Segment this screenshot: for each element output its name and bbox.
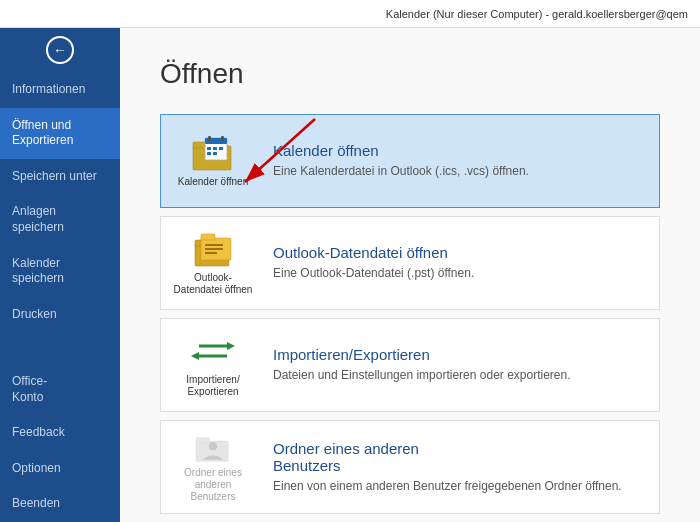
ordner-anderer-benutzer-icon-box: Ordner einesanderen Benutzers	[173, 431, 253, 503]
outlook-datendatei-desc: Eine Outlook-Datendatei (.pst) öffnen.	[273, 265, 647, 282]
svg-rect-16	[201, 234, 215, 240]
sidebar-item-office-konto[interactable]: Office-Konto	[0, 364, 120, 415]
importieren-exportieren-icon-box: Importieren/Exportieren	[173, 329, 253, 401]
svg-rect-11	[207, 152, 211, 155]
svg-marker-21	[191, 352, 199, 360]
outlook-datendatei-text: Outlook-Datendatei öffnen Eine Outlook-D…	[273, 244, 647, 282]
sidebar: ← Informationen Öffnen undExportieren Sp…	[0, 28, 120, 522]
title-text: Kalender (Nur dieser Computer) - gerald.…	[386, 8, 688, 20]
title-bar: Kalender (Nur dieser Computer) - gerald.…	[0, 0, 700, 28]
sidebar-item-beenden[interactable]: Beenden	[0, 486, 120, 522]
kalender-oeffnen-desc: Eine Kalenderdatei in Outlook (.ics, .vc…	[273, 163, 647, 180]
sidebar-nav: Informationen Öffnen undExportieren Spei…	[0, 72, 120, 522]
kalender-oeffnen-icon	[191, 134, 235, 172]
svg-rect-23	[196, 438, 209, 443]
sidebar-item-kalender-speichern[interactable]: Kalenderspeichern	[0, 246, 120, 297]
option-list: Kalender öffnen Kalender öffnen Eine Kal…	[160, 114, 660, 514]
options-wrapper: Kalender öffnen Kalender öffnen Eine Kal…	[160, 114, 660, 514]
ordner-anderer-benutzer-icon	[191, 431, 235, 463]
outlook-datendatei-icon	[191, 230, 235, 268]
svg-rect-17	[205, 244, 223, 246]
outlook-datendatei-icon-label: Outlook-Datendatei öffnen	[174, 272, 253, 296]
sidebar-item-speichern-unter[interactable]: Speichern unter	[0, 159, 120, 195]
outlook-datendatei-icon-box: Outlook-Datendatei öffnen	[173, 227, 253, 299]
ordner-anderer-benutzer-desc: Einen von einem anderen Benutzer freigeg…	[273, 478, 647, 495]
kalender-oeffnen-icon-label: Kalender öffnen	[178, 176, 248, 188]
importieren-exportieren-icon-label: Importieren/Exportieren	[186, 374, 239, 398]
importieren-exportieren-desc: Dateien und Einstellungen importieren od…	[273, 367, 647, 384]
svg-rect-10	[219, 147, 223, 150]
sidebar-item-informationen[interactable]: Informationen	[0, 72, 120, 108]
svg-rect-6	[208, 136, 211, 141]
sidebar-item-optionen[interactable]: Optionen	[0, 451, 120, 487]
sidebar-item-feedback[interactable]: Feedback	[0, 415, 120, 451]
back-button[interactable]: ←	[0, 28, 120, 72]
svg-marker-20	[227, 342, 235, 350]
back-icon: ←	[46, 36, 74, 64]
page-title: Öffnen	[160, 58, 660, 90]
kalender-oeffnen-icon-box: Kalender öffnen	[173, 125, 253, 197]
svg-rect-12	[213, 152, 217, 155]
outlook-datendatei-title: Outlook-Datendatei öffnen	[273, 244, 647, 261]
option-kalender-oeffnen[interactable]: Kalender öffnen Kalender öffnen Eine Kal…	[160, 114, 660, 208]
svg-point-24	[209, 442, 217, 450]
sidebar-item-oeffnen-exportieren[interactable]: Öffnen undExportieren	[0, 108, 120, 159]
importieren-exportieren-title: Importieren/Exportieren	[273, 346, 647, 363]
sidebar-item-drucken[interactable]: Drucken	[0, 297, 120, 333]
option-ordner-anderer-benutzer[interactable]: Ordner einesanderen Benutzers Ordner ein…	[160, 420, 660, 514]
content-area: Öffnen	[120, 28, 700, 522]
svg-rect-19	[205, 252, 217, 254]
ordner-anderer-benutzer-title: Ordner eines anderenBenutzers	[273, 440, 647, 474]
importieren-exportieren-text: Importieren/Exportieren Dateien und Eins…	[273, 346, 647, 384]
ordner-anderer-benutzer-icon-label: Ordner einesanderen Benutzers	[173, 467, 253, 503]
option-outlook-datendatei[interactable]: Outlook-Datendatei öffnen Outlook-Datend…	[160, 216, 660, 310]
svg-rect-7	[221, 136, 224, 141]
ordner-anderer-benutzer-text: Ordner eines anderenBenutzers Einen von …	[273, 440, 647, 495]
svg-rect-8	[207, 147, 211, 150]
kalender-oeffnen-text: Kalender öffnen Eine Kalenderdatei in Ou…	[273, 142, 647, 180]
svg-rect-18	[205, 248, 223, 250]
kalender-oeffnen-title: Kalender öffnen	[273, 142, 647, 159]
sidebar-item-anlagen-speichern[interactable]: Anlagenspeichern	[0, 194, 120, 245]
svg-rect-9	[213, 147, 217, 150]
importieren-exportieren-icon	[191, 332, 235, 370]
option-importieren-exportieren[interactable]: Importieren/Exportieren Importieren/Expo…	[160, 318, 660, 412]
main-container: ← Informationen Öffnen undExportieren Sp…	[0, 28, 700, 522]
